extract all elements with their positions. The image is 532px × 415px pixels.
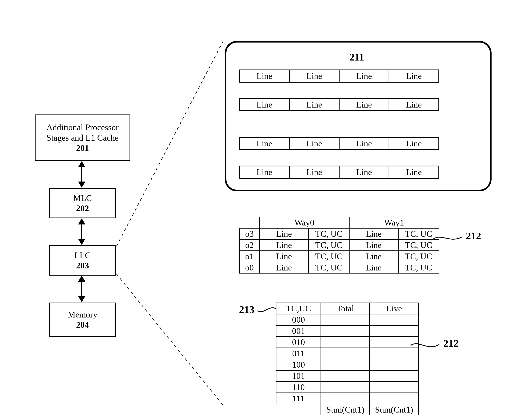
svg-line-1 xyxy=(116,274,223,405)
code-001: 001 xyxy=(276,326,321,337)
code-010: 010 xyxy=(276,337,321,348)
line-cell: Line xyxy=(340,166,390,178)
code-100: 100 xyxy=(276,359,321,370)
cell-line: Line xyxy=(349,228,398,240)
line-cell: Line xyxy=(390,70,438,82)
cell-tcuc: TC, UC xyxy=(398,251,439,262)
cell-line: Line xyxy=(260,251,309,262)
row-o2: o2 xyxy=(239,240,260,251)
line-cell: Line xyxy=(290,99,340,110)
callout-213: 213 xyxy=(239,304,254,315)
cell-tcuc: TC, UC xyxy=(398,262,439,273)
cell-tcuc: TC, UC xyxy=(308,262,349,273)
col-way1: Way1 xyxy=(349,217,439,228)
line-cell: Line xyxy=(390,99,438,110)
code-011: 011 xyxy=(276,348,321,359)
hdr-total: Total xyxy=(321,303,370,314)
code-110: 110 xyxy=(276,382,321,393)
line-cell: Line xyxy=(240,99,290,110)
table-212: Way0 Way1 o3 Line TC, UC Line TC, UC o2 … xyxy=(239,217,439,273)
cell-tcuc: TC, UC xyxy=(398,240,439,251)
line-cell: Line xyxy=(240,138,290,149)
line-row-1: Line Line Line Line xyxy=(239,98,439,111)
hdr-live: Live xyxy=(370,303,419,314)
svg-line-0 xyxy=(116,42,223,246)
code-000: 000 xyxy=(276,314,321,326)
line-cell: Line xyxy=(390,166,438,178)
cell-line: Line xyxy=(349,240,398,251)
hdr-tcuc: TC,UC xyxy=(276,303,321,314)
cell-line: Line xyxy=(260,228,309,240)
cell-line: Line xyxy=(349,251,398,262)
col-way0: Way0 xyxy=(260,217,349,228)
cell-tcuc: TC, UC xyxy=(308,240,349,251)
row-o0: o0 xyxy=(239,262,260,273)
code-101: 101 xyxy=(276,370,321,382)
line-cell: Line xyxy=(290,70,340,82)
line-cell: Line xyxy=(240,166,290,178)
callout-212-bottom: 212 xyxy=(443,337,459,349)
cell-line: Line xyxy=(260,240,309,251)
line-row-0: Line Line Line Line xyxy=(239,69,439,83)
cell-tcuc: TC, UC xyxy=(308,251,349,262)
cell-tcuc: TC, UC xyxy=(308,228,349,240)
line-cell: Line xyxy=(340,99,390,110)
line-row-2: Line Line Line Line xyxy=(239,137,439,150)
code-111: 111 xyxy=(276,393,321,404)
table-213: TC,UC Total Live 000 001 010 011 100 101… xyxy=(276,303,419,415)
row-o3: o3 xyxy=(239,228,260,240)
line-cell: Line xyxy=(290,138,340,149)
line-cell: Line xyxy=(340,138,390,149)
sum-total: Sum(Cnt1) xyxy=(321,404,370,415)
line-cell: Line xyxy=(290,166,340,178)
cell-line: Line xyxy=(260,262,309,273)
sum-live: Sum(Cnt1) xyxy=(370,404,419,415)
line-cell: Line xyxy=(240,70,290,82)
label-211: 211 xyxy=(349,51,364,63)
cell-tcuc: TC, UC xyxy=(398,228,439,240)
cell-line: Line xyxy=(349,262,398,273)
row-o1: o1 xyxy=(239,251,260,262)
callout-212-top: 212 xyxy=(466,230,481,242)
line-cell: Line xyxy=(390,138,438,149)
line-cell: Line xyxy=(340,70,390,82)
line-row-3: Line Line Line Line xyxy=(239,166,439,179)
